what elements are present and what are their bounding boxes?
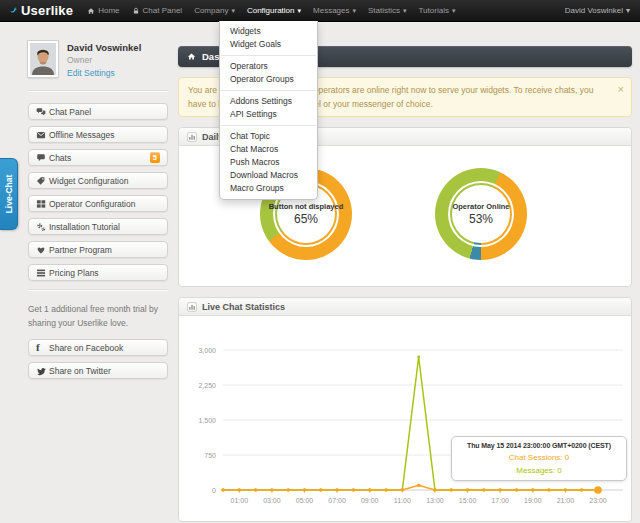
svg-text:09:00: 09:00 [361, 497, 379, 504]
menu-item-addons-settings[interactable]: Addons Settings [220, 95, 317, 108]
donut-label: Button not displayed [251, 202, 361, 211]
svg-text:03:00: 03:00 [263, 497, 281, 504]
bar-chart-icon [187, 302, 197, 312]
sidebar-item-offline-messages[interactable]: Offline Messages [28, 126, 168, 143]
facebook-icon: f [36, 342, 49, 353]
chevron-down-icon: ▾ [403, 7, 407, 15]
comments-icon [36, 107, 49, 117]
configuration-dropdown: Widgets Widget Goals Operators Operator … [219, 21, 318, 200]
sidebar-item-chat-panel[interactable]: Chat Panel [28, 103, 168, 120]
bird-icon [8, 4, 19, 15]
menu-divider [221, 90, 316, 91]
bar-chart-icon [187, 132, 197, 142]
sidebar-item-widget-configuration[interactable]: Widget Configuration [28, 172, 168, 189]
sidebar-item-partner-program[interactable]: Partner Program [28, 241, 168, 258]
svg-text:01:00: 01:00 [231, 497, 249, 504]
live-panel-body: 07501,5002,2503,00001:0003:0005:0007:000… [179, 316, 631, 521]
close-icon[interactable]: × [618, 80, 624, 98]
chevron-down-icon: ▾ [298, 7, 302, 15]
nav-tutorials[interactable]: Tutorials ▾ [413, 0, 462, 21]
chats-count-badge: 5 [150, 152, 160, 163]
tooltip-row-chat-sessions: Chat Sessions: 0 [456, 453, 622, 462]
menu-divider [221, 55, 316, 56]
nav-user-menu[interactable]: David Voswinkel ▾ [565, 6, 630, 15]
menu-item-chat-topic[interactable]: Chat Topic [220, 130, 317, 143]
svg-text:15:00: 15:00 [459, 497, 477, 504]
menu-item-operators[interactable]: Operators [220, 60, 317, 73]
svg-text:2,250: 2,250 [198, 382, 216, 389]
donut-value: 53% [426, 212, 536, 226]
sidebar-item-installation-tutorial[interactable]: Installation Tutorial [28, 218, 168, 235]
nav-messages[interactable]: Messages ▾ [307, 0, 362, 21]
grid-icon [36, 199, 49, 209]
svg-text:21:00: 21:00 [557, 497, 575, 504]
chevron-down-icon: ▾ [452, 7, 456, 15]
nav-configuration[interactable]: Configuration ▾ [241, 0, 307, 21]
nav-items: Home Chat Panel Company ▾ Configuration … [81, 0, 461, 21]
home-icon [187, 52, 196, 61]
chevron-down-icon: ▾ [231, 7, 235, 15]
chevron-down-icon: ▾ [626, 6, 630, 15]
sidebar-item-pricing-plans[interactable]: Pricing Plans [28, 264, 168, 281]
nav-home[interactable]: Home [81, 0, 125, 21]
gears-icon [36, 222, 49, 232]
avatar [28, 41, 58, 77]
svg-text:19:00: 19:00 [524, 497, 542, 504]
tooltip-row-messages: Messages: 0 [456, 466, 622, 475]
sidebar-item-chats[interactable]: Chats 5 [28, 149, 168, 166]
live-chat-statistics-panel: Live Chat Statistics 07501,5002,2503,000… [178, 297, 632, 522]
svg-text:07:00: 07:00 [328, 497, 346, 504]
promo-text: Get 1 additional free month trial by sha… [28, 302, 168, 330]
userlike-logo[interactable]: Userlike [8, 3, 73, 18]
edit-settings-link[interactable]: Edit Settings [67, 68, 168, 78]
lock-icon [132, 7, 140, 15]
sidebar-divider [28, 90, 168, 91]
menu-item-api-settings[interactable]: API Settings [220, 108, 317, 121]
svg-text:23:00: 23:00 [589, 497, 607, 504]
profile-card: David Voswinkel Owner Edit Settings [28, 40, 168, 82]
svg-text:1,500: 1,500 [198, 417, 216, 424]
top-navbar: Userlike Home Chat Panel Company ▾ Confi… [0, 0, 640, 22]
svg-text:11:00: 11:00 [394, 497, 411, 504]
menu-item-download-macros[interactable]: Download Macros [220, 169, 317, 182]
nav-company[interactable]: Company ▾ [188, 0, 241, 21]
table-rows-icon [36, 268, 49, 278]
menu-divider [221, 125, 316, 126]
donut-label: Operator Online [426, 202, 536, 211]
heart-icon [36, 245, 49, 255]
sidebar-divider [28, 289, 168, 290]
sidebar: David Voswinkel Owner Edit Settings Chat… [28, 40, 168, 385]
twitter-icon [36, 366, 49, 376]
menu-item-widgets[interactable]: Widgets [220, 25, 317, 38]
chart-tooltip: Thu May 15 2014 23:00:00 GMT+0200 (CEST)… [451, 436, 627, 481]
chat-bubble-icon [36, 153, 49, 163]
menu-item-macro-groups[interactable]: Macro Groups [220, 182, 317, 195]
donut-operator-online[interactable]: Operator Online 53% [435, 168, 527, 260]
svg-text:13:00: 13:00 [426, 497, 444, 504]
share-facebook-button[interactable]: f Share on Facebook [28, 339, 168, 356]
menu-item-push-macros[interactable]: Push Macros [220, 156, 317, 169]
live-chart-svg[interactable]: 07501,5002,2503,00001:0003:0005:0007:000… [179, 316, 631, 521]
nav-chat-panel[interactable]: Chat Panel [126, 0, 189, 21]
profile-name: David Voswinkel [67, 42, 168, 53]
envelope-icon [36, 130, 49, 140]
svg-text:3,000: 3,000 [198, 347, 216, 354]
menu-item-operator-groups[interactable]: Operator Groups [220, 73, 317, 86]
tag-icon [36, 176, 49, 186]
svg-text:05:00: 05:00 [296, 497, 314, 504]
svg-text:0: 0 [212, 487, 216, 494]
profile-role: Owner [67, 55, 168, 65]
live-panel-header: Live Chat Statistics [179, 298, 631, 316]
svg-text:17:00: 17:00 [491, 497, 509, 504]
home-icon [87, 7, 95, 15]
chevron-down-icon: ▾ [352, 7, 356, 15]
donut-value: 65% [251, 212, 361, 226]
tooltip-title: Thu May 15 2014 23:00:00 GMT+0200 (CEST) [456, 442, 622, 449]
menu-item-widget-goals[interactable]: Widget Goals [220, 38, 317, 51]
brand-text: Userlike [21, 3, 73, 18]
menu-item-chat-macros[interactable]: Chat Macros [220, 143, 317, 156]
share-twitter-button[interactable]: Share on Twitter [28, 362, 168, 379]
sidebar-item-operator-configuration[interactable]: Operator Configuration [28, 195, 168, 212]
live-chat-side-tab[interactable]: Live-Chat [0, 158, 18, 230]
nav-statistics[interactable]: Statistics ▾ [362, 0, 413, 21]
